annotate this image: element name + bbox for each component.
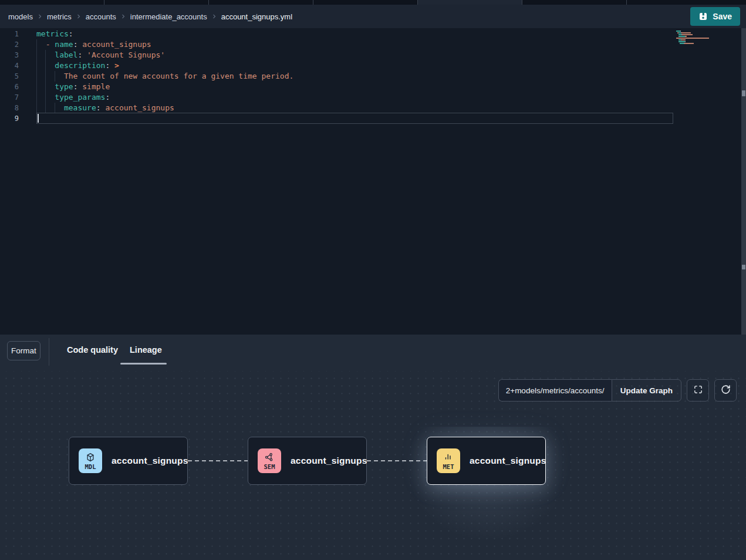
- minimap-line: [676, 39, 710, 41]
- save-button[interactable]: Save: [690, 7, 740, 26]
- lineage-node-mdl[interactable]: MDLaccount_signups: [69, 437, 188, 485]
- line-number: 9: [0, 113, 19, 124]
- semantic-model-icon: [264, 452, 275, 463]
- chevron-right-icon: [211, 13, 218, 20]
- divider: [49, 338, 49, 366]
- minimap-line: [676, 45, 710, 46]
- chevron-right-icon: [36, 13, 43, 20]
- code-line[interactable]: [36, 113, 293, 124]
- sem-badge: SEM: [258, 448, 281, 473]
- model-cube-icon: [85, 452, 96, 463]
- editor-scrollbar[interactable]: [741, 28, 746, 335]
- minimap-line: [676, 41, 710, 42]
- lineage-canvas[interactable]: Update Graph: [0, 371, 746, 560]
- badge-label: MET: [443, 463, 454, 470]
- top-tab[interactable]: [313, 0, 418, 5]
- editor-gutter: 123456789: [0, 29, 19, 124]
- bottom-panel: Format Code quality Lineage Update Graph: [0, 335, 746, 560]
- save-icon: [698, 12, 708, 21]
- line-number: 6: [0, 82, 19, 92]
- editor-code[interactable]: metrics: - name: account_signups label: …: [36, 29, 293, 124]
- line-number: 3: [0, 50, 19, 60]
- minimap-line: [676, 43, 710, 44]
- format-button[interactable]: Format: [7, 341, 40, 360]
- line-number: 4: [0, 60, 19, 71]
- mdl-badge: MDL: [79, 448, 102, 473]
- active-tab-underline: [120, 363, 167, 365]
- minimap-line: [676, 32, 710, 33]
- breadcrumb-item[interactable]: metrics: [47, 12, 72, 21]
- code-line[interactable]: type: simple: [36, 82, 293, 92]
- breadcrumb-item[interactable]: models: [8, 12, 33, 21]
- badge-label: SEM: [264, 463, 275, 470]
- breadcrumb-item[interactable]: account_signups.yml: [221, 12, 292, 21]
- scrollbar-mark: [742, 90, 745, 96]
- editor-minimap[interactable]: [676, 31, 710, 46]
- chevron-right-icon: [120, 13, 127, 20]
- node-label: account_signups: [112, 456, 188, 466]
- breadcrumb-item[interactable]: accounts: [86, 12, 116, 21]
- metric-chart-icon: [443, 452, 454, 463]
- top-tab-active[interactable]: [418, 0, 522, 5]
- breadcrumb-item[interactable]: intermediate_accounts: [130, 12, 207, 21]
- code-line[interactable]: description: >: [36, 60, 293, 71]
- line-number: 2: [0, 39, 19, 50]
- app-root: modelsmetricsaccountsintermediate_accoun…: [0, 0, 746, 560]
- top-tab[interactable]: [522, 0, 627, 5]
- top-tab[interactable]: [0, 0, 104, 5]
- panel-header: Format Code quality Lineage: [0, 335, 746, 371]
- code-line[interactable]: metrics:: [36, 29, 293, 39]
- code-line[interactable]: measure: account_signups: [36, 103, 293, 113]
- minimap-line: [676, 38, 710, 39]
- minimap-line: [676, 36, 710, 37]
- minimap-line: [676, 31, 710, 32]
- tab-lineage-label: Lineage: [130, 345, 162, 355]
- code-line[interactable]: - name: account_signups: [36, 39, 293, 50]
- breadcrumb: modelsmetricsaccountsintermediate_accoun…: [8, 12, 292, 21]
- top-tab[interactable]: [209, 0, 313, 5]
- tab-code-quality[interactable]: Code quality: [67, 345, 118, 355]
- code-line[interactable]: The count of new accounts for a given ti…: [36, 71, 293, 82]
- met-badge: MET: [437, 448, 460, 473]
- save-label: Save: [713, 12, 732, 21]
- line-number: 8: [0, 103, 19, 113]
- lineage-node-sem[interactable]: SEMaccount_signups: [248, 437, 367, 485]
- minimap-line: [676, 34, 710, 35]
- top-tab[interactable]: [104, 0, 209, 5]
- top-tab[interactable]: [627, 0, 746, 5]
- line-number: 5: [0, 71, 19, 82]
- lineage-node-met[interactable]: METaccount_signups: [427, 437, 546, 485]
- breadcrumb-bar: modelsmetricsaccountsintermediate_accoun…: [0, 5, 746, 28]
- code-line[interactable]: type_params:: [36, 92, 293, 103]
- badge-label: MDL: [85, 463, 96, 470]
- chevron-right-icon: [75, 13, 82, 20]
- node-label: account_signups: [470, 456, 546, 466]
- code-editor[interactable]: 123456789 metrics: - name: account_signu…: [0, 28, 746, 335]
- line-number: 1: [0, 29, 19, 39]
- scrollbar-mark: [742, 265, 745, 269]
- code-line[interactable]: label: 'Account Signups': [36, 50, 293, 60]
- line-number: 7: [0, 92, 19, 103]
- node-label: account_signups: [291, 456, 367, 466]
- top-tab-strip: [0, 0, 746, 5]
- tab-lineage[interactable]: Lineage: [130, 345, 162, 355]
